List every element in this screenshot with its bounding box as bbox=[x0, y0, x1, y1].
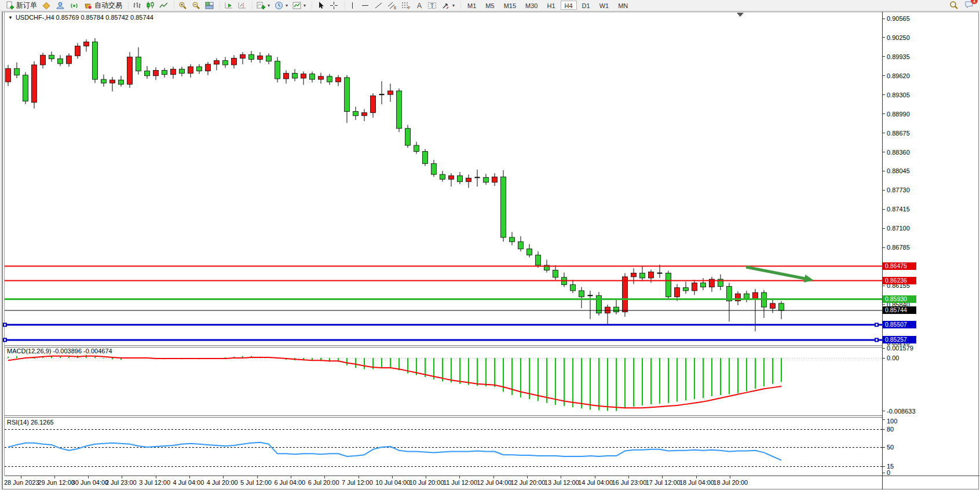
bull-candle bbox=[649, 272, 654, 277]
bear-candle bbox=[49, 55, 54, 58]
macd-signal-line bbox=[8, 356, 781, 408]
bear-candle bbox=[527, 249, 532, 255]
bear-candle bbox=[458, 175, 463, 181]
bull-candle bbox=[605, 307, 610, 313]
bear-candle bbox=[397, 91, 402, 129]
bear-candle bbox=[223, 61, 228, 65]
bear-candle bbox=[93, 42, 98, 79]
bear-candle bbox=[249, 54, 254, 59]
bull-candle bbox=[371, 96, 376, 112]
bull-candle bbox=[6, 68, 11, 82]
bear-candle bbox=[14, 68, 20, 75]
bear-candle bbox=[779, 303, 784, 310]
bull-candle bbox=[32, 65, 37, 103]
rsi-line bbox=[8, 443, 781, 460]
bull-candle bbox=[240, 54, 246, 58]
bear-candle bbox=[310, 74, 315, 79]
bear-candle bbox=[571, 284, 576, 290]
chart-canvas[interactable] bbox=[0, 0, 980, 490]
hline-handle-dot bbox=[4, 324, 6, 326]
bear-candle bbox=[579, 291, 584, 297]
bull-candle bbox=[692, 283, 697, 291]
bull-candle bbox=[388, 91, 393, 94]
bull-candle bbox=[631, 273, 637, 277]
bear-candle bbox=[23, 75, 28, 101]
bull-candle bbox=[67, 56, 72, 64]
bear-candle bbox=[353, 111, 359, 115]
bear-candle bbox=[414, 145, 419, 151]
bear-candle bbox=[327, 76, 332, 82]
bear-candle bbox=[197, 67, 202, 71]
bear-candle bbox=[162, 70, 167, 74]
bull-candle bbox=[492, 177, 498, 182]
bull-candle bbox=[110, 80, 115, 83]
bull-candle bbox=[153, 70, 159, 75]
bear-candle bbox=[701, 283, 706, 287]
hline-handle-dot bbox=[4, 339, 6, 341]
bear-candle bbox=[510, 237, 515, 242]
bear-candle bbox=[292, 74, 298, 78]
bull-candle bbox=[675, 288, 680, 297]
bull-candle bbox=[284, 74, 289, 79]
bull-candle bbox=[362, 113, 367, 116]
bear-candle bbox=[640, 273, 645, 278]
bull-candle bbox=[84, 42, 89, 46]
bear-candle bbox=[553, 270, 558, 277]
bear-candle bbox=[536, 255, 541, 265]
bear-candle bbox=[744, 294, 749, 298]
bull-candle bbox=[188, 67, 193, 73]
mt4-application-window: 新订单 自动交易 bbox=[0, 0, 980, 490]
bull-candle bbox=[449, 175, 454, 179]
bear-candle bbox=[432, 163, 437, 174]
bull-candle bbox=[171, 69, 176, 74]
bear-candle bbox=[101, 79, 107, 83]
bear-candle bbox=[440, 174, 445, 179]
bear-candle bbox=[119, 80, 124, 84]
bear-candle bbox=[275, 61, 280, 79]
chart-shift-marker-icon[interactable] bbox=[737, 13, 744, 17]
bull-candle bbox=[770, 303, 776, 308]
bear-candle bbox=[345, 78, 350, 112]
bull-candle bbox=[319, 76, 324, 79]
bear-candle bbox=[666, 273, 671, 297]
bear-candle bbox=[484, 177, 489, 182]
hline-handle-dot bbox=[876, 324, 877, 326]
bull-candle bbox=[301, 74, 306, 78]
bear-candle bbox=[266, 56, 272, 61]
bear-candle bbox=[58, 59, 63, 64]
bull-candle bbox=[466, 178, 471, 181]
trend-arrow-head[interactable] bbox=[804, 275, 814, 283]
bull-candle bbox=[753, 292, 758, 298]
bull-candle bbox=[258, 56, 263, 59]
bear-candle bbox=[518, 242, 524, 249]
bull-candle bbox=[127, 57, 133, 84]
bull-candle bbox=[206, 64, 211, 71]
bear-candle bbox=[405, 129, 411, 145]
bear-candle bbox=[423, 151, 428, 163]
bull-candle bbox=[623, 277, 628, 312]
bull-candle bbox=[41, 55, 46, 65]
hline-handle-dot bbox=[876, 339, 877, 341]
bear-candle bbox=[136, 57, 141, 71]
trend-arrow-line[interactable] bbox=[746, 267, 808, 279]
bear-candle bbox=[501, 177, 506, 237]
bear-candle bbox=[180, 69, 185, 73]
bull-candle bbox=[232, 58, 237, 64]
bull-candle bbox=[75, 46, 81, 56]
bull-candle bbox=[336, 78, 341, 82]
bear-candle bbox=[145, 71, 150, 75]
bear-candle bbox=[683, 288, 689, 291]
bear-candle bbox=[614, 307, 619, 312]
bull-candle bbox=[214, 61, 220, 64]
